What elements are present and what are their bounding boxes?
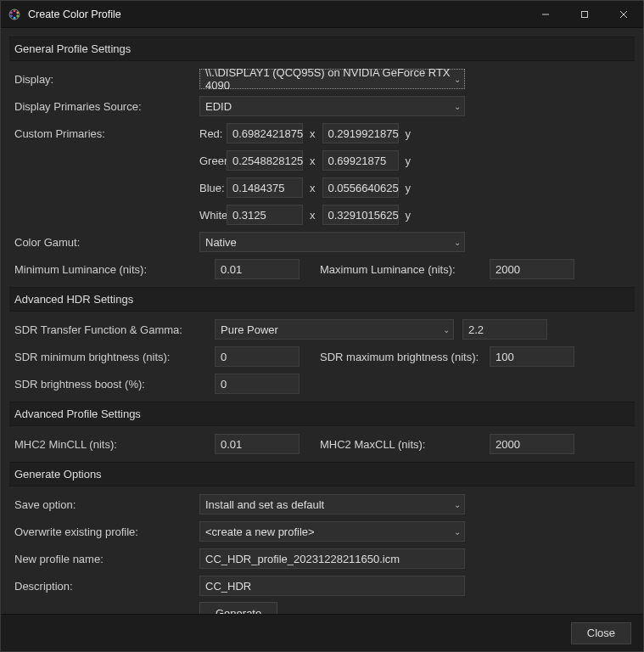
label-overwrite: Overwrite existing profile: bbox=[14, 526, 199, 538]
window-title: Create Color Profile bbox=[28, 8, 526, 20]
label-red: Red: bbox=[199, 127, 227, 140]
label-mhc2-max: MHC2 MaxCLL (nits): bbox=[320, 438, 490, 451]
chevron-down-icon: ⌄ bbox=[454, 527, 461, 537]
green-x-input[interactable]: 0.2548828125 bbox=[227, 150, 303, 171]
red-x-input[interactable]: 0.6982421875 bbox=[227, 123, 303, 143]
label-custom-primaries: Custom Primaries: bbox=[14, 127, 199, 140]
chevron-down-icon: ⌄ bbox=[454, 500, 461, 509]
app-icon bbox=[8, 8, 21, 21]
label-white: White: bbox=[199, 209, 227, 222]
footer: Close bbox=[1, 614, 643, 651]
primaries-source-select[interactable]: EDID ⌄ bbox=[199, 96, 465, 116]
minimize-button[interactable] bbox=[526, 1, 565, 28]
overwrite-select[interactable]: <create a new profile> ⌄ bbox=[199, 521, 465, 542]
green-y-input[interactable]: 0.69921875 bbox=[322, 150, 399, 171]
label-min-luminance: Minimum Luminance (nits): bbox=[14, 263, 215, 276]
generate-button[interactable]: Generate bbox=[199, 602, 277, 614]
chevron-down-icon: ⌄ bbox=[454, 238, 461, 247]
primaries-source-value: EDID bbox=[205, 100, 232, 113]
svg-point-5 bbox=[10, 14, 13, 17]
svg-point-6 bbox=[10, 11, 13, 14]
label-save-option: Save option: bbox=[14, 498, 199, 511]
label-display: Display: bbox=[14, 73, 199, 86]
sdr-min-brightness-input[interactable]: 0 bbox=[215, 346, 300, 367]
label-blue: Blue: bbox=[199, 182, 227, 194]
label-description: Description: bbox=[14, 580, 199, 593]
white-x-input[interactable]: 0.3125 bbox=[227, 205, 303, 225]
label-sdr-min-brightness: SDR minimum brightness (nits): bbox=[14, 351, 215, 363]
max-luminance-input[interactable]: 2000 bbox=[490, 259, 574, 279]
display-select-value: \\.\DISPLAY1 (QCQ95S) on NVIDIA GeForce … bbox=[205, 66, 459, 92]
white-y-input[interactable]: 0.3291015625 bbox=[322, 205, 399, 225]
label-mhc2-min: MHC2 MinCLL (nits): bbox=[14, 438, 215, 451]
section-advanced-profile: Advanced Profile Settings bbox=[9, 402, 635, 426]
close-button[interactable] bbox=[604, 1, 643, 28]
label-sdr-max-brightness: SDR maximum brightness (nits): bbox=[320, 351, 490, 363]
label-new-profile: New profile name: bbox=[14, 553, 199, 565]
titlebar: Create Color Profile bbox=[1, 1, 643, 28]
sdr-gamma-input[interactable]: 2.2 bbox=[462, 319, 547, 340]
save-option-select[interactable]: Install and set as default ⌄ bbox=[199, 494, 465, 514]
mhc2-max-input[interactable]: 2000 bbox=[490, 434, 574, 454]
red-y-input[interactable]: 0.2919921875 bbox=[322, 123, 399, 143]
label-x: x bbox=[303, 127, 322, 140]
svg-point-3 bbox=[16, 14, 19, 17]
label-max-luminance: Maximum Luminance (nits): bbox=[320, 263, 490, 276]
label-primaries-source: Display Primaries Source: bbox=[14, 100, 199, 113]
new-profile-input[interactable]: CC_HDR_profile_20231228211650.icm bbox=[199, 548, 465, 569]
section-general: General Profile Settings bbox=[9, 37, 635, 61]
svg-point-1 bbox=[14, 9, 16, 12]
label-sdr-boost: SDR brightness boost (%): bbox=[14, 378, 215, 391]
blue-y-input[interactable]: 0.0556640625 bbox=[322, 177, 399, 198]
svg-rect-8 bbox=[582, 11, 588, 17]
min-luminance-input[interactable]: 0.01 bbox=[215, 259, 300, 279]
svg-point-4 bbox=[14, 16, 16, 19]
chevron-down-icon: ⌄ bbox=[454, 75, 461, 84]
description-input[interactable]: CC_HDR bbox=[199, 576, 465, 596]
label-sdr-transfer: SDR Transfer Function & Gamma: bbox=[14, 323, 215, 336]
chevron-down-icon: ⌄ bbox=[454, 102, 461, 111]
color-gamut-select[interactable]: Native ⌄ bbox=[199, 232, 465, 252]
sdr-boost-input[interactable]: 0 bbox=[215, 374, 300, 394]
window: Create Color Profile General Profile Set… bbox=[0, 0, 644, 652]
section-generate: Generate Options bbox=[9, 462, 635, 486]
label-color-gamut: Color Gamut: bbox=[14, 236, 199, 249]
content-area: General Profile Settings Display: \\.\DI… bbox=[1, 28, 643, 614]
section-hdr: Advanced HDR Settings bbox=[9, 287, 635, 312]
chevron-down-icon: ⌄ bbox=[443, 325, 450, 334]
sdr-max-brightness-input[interactable]: 100 bbox=[490, 346, 574, 367]
svg-point-2 bbox=[16, 11, 19, 14]
maximize-button[interactable] bbox=[565, 1, 604, 28]
label-green: Green: bbox=[199, 155, 227, 167]
mhc2-min-input[interactable]: 0.01 bbox=[215, 434, 300, 454]
display-select[interactable]: \\.\DISPLAY1 (QCQ95S) on NVIDIA GeForce … bbox=[199, 69, 465, 89]
window-controls bbox=[526, 1, 643, 28]
sdr-transfer-select[interactable]: Pure Power ⌄ bbox=[215, 319, 454, 340]
label-y: y bbox=[399, 127, 418, 140]
blue-x-input[interactable]: 0.1484375 bbox=[227, 177, 303, 198]
close-dialog-button[interactable]: Close bbox=[571, 622, 631, 644]
